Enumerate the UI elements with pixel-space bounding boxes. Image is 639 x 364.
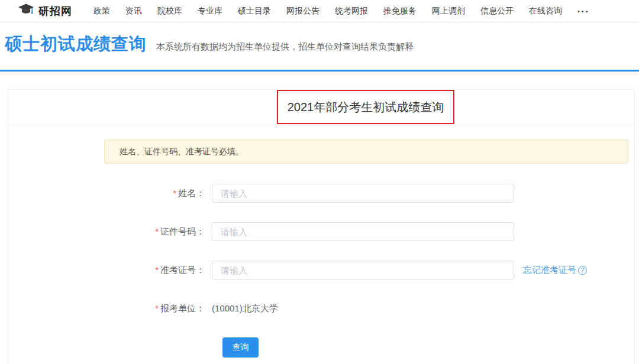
nav-item[interactable]: 政策 bbox=[93, 6, 110, 17]
target-university-label-text: 报考单位： bbox=[160, 303, 205, 313]
site-logo[interactable]: 研招网 bbox=[18, 3, 72, 20]
page-title: 硕士初试成绩查询 bbox=[5, 32, 147, 56]
form-row-target-university: *报考单位： (10001)北京大学 bbox=[8, 299, 634, 318]
question-circle-icon: ? bbox=[578, 266, 587, 275]
card-body: 姓名、证件号码、准考证号必填。 *姓名： *证件号码： *准考证号： 忘记准考证… bbox=[8, 139, 634, 358]
nav-item[interactable]: 资讯 bbox=[125, 6, 142, 17]
card-title: 2021年部分考生初试成绩查询 bbox=[288, 99, 444, 115]
nav-item[interactable]: 推免服务 bbox=[383, 6, 417, 17]
nav-item[interactable]: 统考网报 bbox=[335, 6, 368, 17]
admission-ticket-input[interactable] bbox=[212, 261, 514, 280]
nav-more-button[interactable]: ••• bbox=[577, 8, 590, 15]
nav-menu: 政策资讯院校库专业库硕士目录网报公告统考网报推免服务网上调剂信息公开在线咨询 bbox=[93, 6, 577, 17]
query-card: 2021年部分考生初试成绩查询 姓名、证件号码、准考证号必填。 *姓名： *证件… bbox=[8, 89, 635, 364]
id-number-input[interactable] bbox=[212, 222, 514, 241]
name-label: *姓名： bbox=[8, 188, 205, 199]
admission-ticket-label-text: 准考证号： bbox=[160, 265, 205, 275]
header-divider bbox=[0, 70, 639, 72]
form-row-submit: 查询 bbox=[8, 337, 634, 358]
red-annotation-box: 2021年部分考生初试成绩查询 bbox=[277, 90, 454, 124]
page-subtitle: 本系统所有数据均为招生单位提供，招生单位对查询结果负责解释 bbox=[156, 41, 414, 53]
id-number-label-text: 证件号码： bbox=[160, 226, 205, 236]
nav-item[interactable]: 硕士目录 bbox=[238, 6, 271, 17]
name-input[interactable] bbox=[212, 184, 514, 203]
form-row-admission-ticket: *准考证号： 忘记准考证号? bbox=[8, 261, 634, 280]
nav-item[interactable]: 院校库 bbox=[157, 6, 182, 17]
nav-item[interactable]: 专业库 bbox=[198, 6, 222, 17]
form-row-id-number: *证件号码： bbox=[8, 222, 634, 241]
notice-text: 姓名、证件号码、准考证号必填。 bbox=[120, 147, 244, 157]
card-header: 2021年部分考生初试成绩查询 bbox=[8, 90, 634, 125]
forgot-link-text: 忘记准考证号 bbox=[523, 265, 576, 276]
nav-item[interactable]: 在线咨询 bbox=[529, 6, 562, 17]
required-marker: * bbox=[155, 265, 159, 275]
nav-item[interactable]: 信息公开 bbox=[480, 6, 514, 17]
id-number-label: *证件号码： bbox=[8, 226, 205, 238]
nav-item[interactable]: 网上调剂 bbox=[432, 6, 465, 17]
form-row-name: *姓名： bbox=[8, 184, 634, 203]
graduation-cap-icon bbox=[18, 3, 34, 20]
required-marker: * bbox=[173, 188, 176, 198]
page-header: 硕士初试成绩查询 本系统所有数据均为招生单位提供，招生单位对查询结果负责解释 bbox=[0, 22, 639, 56]
target-university-label: *报考单位： bbox=[8, 303, 205, 314]
nav-item[interactable]: 网报公告 bbox=[286, 6, 320, 17]
required-marker: * bbox=[155, 226, 159, 236]
admission-ticket-label: *准考证号： bbox=[8, 265, 205, 276]
site-logo-text: 研招网 bbox=[38, 4, 72, 18]
query-submit-button[interactable]: 查询 bbox=[222, 337, 259, 358]
required-marker: * bbox=[155, 303, 159, 313]
top-navigation: 研招网 政策资讯院校库专业库硕士目录网报公告统考网报推免服务网上调剂信息公开在线… bbox=[0, 0, 639, 22]
notice-banner: 姓名、证件号码、准考证号必填。 bbox=[104, 139, 628, 164]
name-label-text: 姓名： bbox=[178, 188, 205, 198]
query-form: *姓名： *证件号码： *准考证号： 忘记准考证号? *报考单位： (10001… bbox=[8, 184, 634, 358]
target-university-value: (10001)北京大学 bbox=[212, 303, 278, 314]
forgot-admission-ticket-link[interactable]: 忘记准考证号? bbox=[523, 265, 587, 276]
